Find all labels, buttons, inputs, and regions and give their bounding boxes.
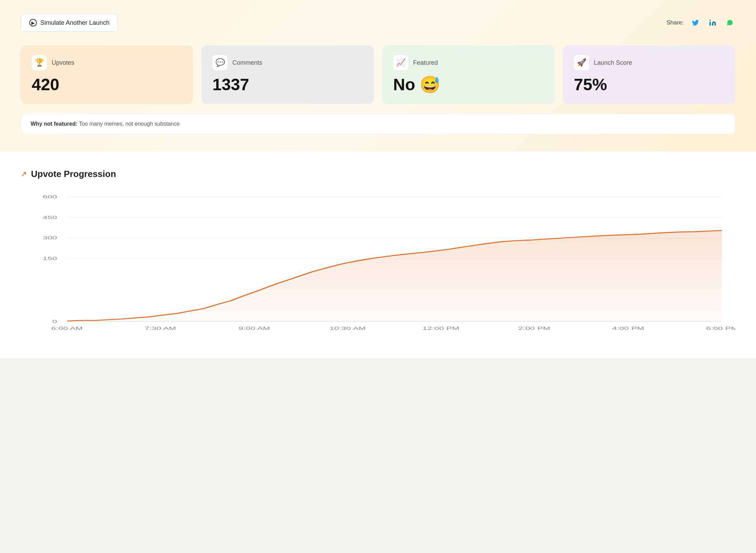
card-launch-score: 🚀 Launch Score 75%	[563, 45, 735, 104]
svg-point-0	[710, 20, 711, 21]
whatsapp-share-button[interactable]	[724, 17, 735, 28]
top-bar: ▶ Simulate Another Launch Share:	[21, 14, 735, 32]
score-icon-wrap: 🚀	[574, 55, 589, 70]
svg-text:150: 150	[43, 256, 57, 261]
svg-text:600: 600	[43, 194, 57, 199]
why-reason: Too many memes, not enough substance	[79, 121, 180, 127]
play-circle-icon: ▶	[29, 19, 37, 27]
comment-icon: 💬	[216, 58, 225, 67]
svg-text:450: 450	[43, 215, 57, 220]
upvotes-value: 420	[32, 76, 182, 93]
rocket-icon: 🚀	[577, 58, 586, 67]
card-comments: 💬 Comments 1337	[201, 45, 374, 104]
score-label: Launch Score	[594, 59, 632, 66]
card-featured-header: 📈 Featured	[393, 55, 544, 70]
chart-arrow-icon: ↗	[21, 170, 27, 179]
why-label: Why not featured:	[31, 121, 77, 127]
chart-header: ↗ Upvote Progression	[21, 169, 735, 179]
why-not-featured-box: Why not featured: Too many memes, not en…	[21, 114, 735, 134]
comments-label: Comments	[232, 59, 262, 66]
featured-icon-wrap: 📈	[393, 55, 408, 70]
card-upvotes: 🏆 Upvotes 420	[21, 45, 193, 104]
upvotes-label: Upvotes	[52, 59, 74, 66]
share-area: Share:	[666, 17, 735, 28]
score-value: 75%	[574, 76, 724, 93]
featured-value: No 😅	[393, 76, 544, 93]
card-comments-header: 💬 Comments	[212, 55, 363, 70]
trending-icon: 📈	[396, 58, 406, 67]
svg-text:6:00 PM: 6:00 PM	[706, 326, 735, 331]
chart-container: 600 450 300 150 0 6:00 AM 7:30 AM 9:00 A…	[21, 193, 735, 338]
svg-text:6:00 AM: 6:00 AM	[51, 326, 83, 331]
share-label: Share:	[666, 19, 684, 26]
svg-text:300: 300	[43, 235, 57, 240]
simulate-button[interactable]: ▶ Simulate Another Launch	[21, 14, 118, 32]
linkedin-share-button[interactable]	[707, 17, 718, 28]
svg-text:7:30 AM: 7:30 AM	[145, 326, 176, 331]
comments-icon-wrap: 💬	[212, 55, 228, 70]
cards-row: 🏆 Upvotes 420 💬 Comments 1337 📈 Feat	[21, 45, 735, 104]
card-score-header: 🚀 Launch Score	[574, 55, 724, 70]
chart-svg: 600 450 300 150 0 6:00 AM 7:30 AM 9:00 A…	[21, 193, 735, 338]
bottom-section: ↗ Upvote Progression 600 450	[0, 152, 756, 358]
upvotes-icon-wrap: 🏆	[32, 55, 47, 70]
simulate-button-label: Simulate Another Launch	[40, 19, 109, 27]
card-featured: 📈 Featured No 😅	[382, 45, 555, 104]
comments-value: 1337	[212, 76, 363, 93]
svg-text:4:00 PM: 4:00 PM	[612, 326, 644, 331]
svg-text:12:00 PM: 12:00 PM	[422, 326, 459, 331]
svg-text:0: 0	[52, 319, 57, 324]
top-section: ▶ Simulate Another Launch Share:	[0, 0, 756, 152]
chart-title: Upvote Progression	[31, 169, 116, 179]
svg-text:10:30 AM: 10:30 AM	[329, 326, 366, 331]
svg-text:2:00 PM: 2:00 PM	[518, 326, 550, 331]
featured-label: Featured	[413, 59, 438, 66]
twitter-share-button[interactable]	[690, 17, 701, 28]
trophy-icon: 🏆	[35, 58, 44, 67]
svg-text:9:00 AM: 9:00 AM	[239, 326, 270, 331]
card-upvotes-header: 🏆 Upvotes	[32, 55, 182, 70]
